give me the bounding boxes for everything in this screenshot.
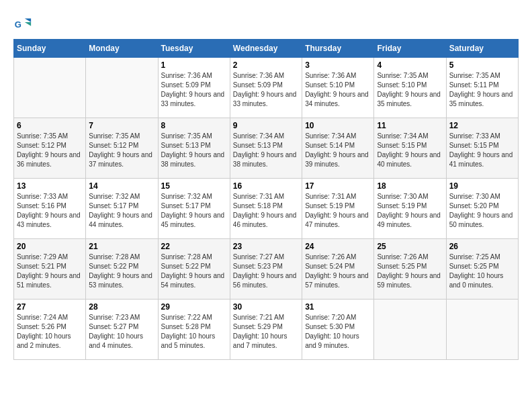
day-cell: 26Sunrise: 7:25 AM Sunset: 5:25 PM Dayli… (446, 239, 518, 300)
day-info: Sunrise: 7:31 AM Sunset: 5:18 PM Dayligh… (233, 192, 299, 230)
svg-marker-1 (25, 18, 31, 22)
day-cell: 4Sunrise: 7:35 AM Sunset: 5:10 PM Daylig… (374, 58, 446, 118)
day-cell: 23Sunrise: 7:27 AM Sunset: 5:23 PM Dayli… (230, 239, 302, 300)
week-row-2: 6Sunrise: 7:35 AM Sunset: 5:12 PM Daylig… (14, 118, 519, 179)
day-number: 27 (17, 302, 83, 312)
day-info: Sunrise: 7:34 AM Sunset: 5:13 PM Dayligh… (233, 132, 299, 169)
header-cell-friday: Friday (374, 40, 446, 58)
day-number: 24 (305, 242, 371, 251)
day-number: 20 (17, 242, 83, 251)
day-cell: 18Sunrise: 7:30 AM Sunset: 5:19 PM Dayli… (374, 179, 446, 239)
day-number: 8 (161, 121, 227, 130)
day-cell: 5Sunrise: 7:35 AM Sunset: 5:11 PM Daylig… (446, 58, 518, 118)
day-number: 17 (305, 181, 371, 191)
day-number: 31 (305, 302, 371, 312)
day-info: Sunrise: 7:31 AM Sunset: 5:19 PM Dayligh… (305, 192, 371, 230)
day-cell: 20Sunrise: 7:29 AM Sunset: 5:21 PM Dayli… (14, 239, 86, 300)
day-info: Sunrise: 7:27 AM Sunset: 5:23 PM Dayligh… (233, 253, 299, 290)
day-info: Sunrise: 7:36 AM Sunset: 5:10 PM Dayligh… (305, 71, 371, 109)
day-number: 21 (89, 242, 154, 251)
day-number: 23 (233, 242, 299, 251)
day-number: 13 (17, 181, 83, 191)
day-cell: 16Sunrise: 7:31 AM Sunset: 5:18 PM Dayli… (230, 179, 302, 239)
day-info: Sunrise: 7:25 AM Sunset: 5:25 PM Dayligh… (449, 253, 515, 290)
day-info: Sunrise: 7:24 AM Sunset: 5:26 PM Dayligh… (17, 313, 83, 351)
day-info: Sunrise: 7:35 AM Sunset: 5:12 PM Dayligh… (89, 132, 154, 169)
day-info: Sunrise: 7:36 AM Sunset: 5:09 PM Dayligh… (233, 71, 299, 109)
day-info: Sunrise: 7:34 AM Sunset: 5:14 PM Dayligh… (305, 132, 371, 169)
day-cell: 31Sunrise: 7:20 AM Sunset: 5:30 PM Dayli… (302, 300, 374, 360)
page-header: G (13, 13, 519, 32)
day-cell (446, 300, 518, 360)
day-info: Sunrise: 7:28 AM Sunset: 5:22 PM Dayligh… (89, 253, 154, 290)
logo: G (13, 13, 35, 32)
day-number: 19 (449, 181, 515, 191)
day-info: Sunrise: 7:34 AM Sunset: 5:15 PM Dayligh… (377, 132, 443, 169)
day-info: Sunrise: 7:35 AM Sunset: 5:12 PM Dayligh… (17, 132, 83, 169)
day-cell: 9Sunrise: 7:34 AM Sunset: 5:13 PM Daylig… (230, 118, 302, 179)
header-cell-tuesday: Tuesday (158, 40, 230, 58)
day-info: Sunrise: 7:28 AM Sunset: 5:22 PM Dayligh… (161, 253, 227, 290)
day-number: 14 (89, 181, 154, 191)
day-number: 25 (377, 242, 443, 251)
day-number: 18 (377, 181, 443, 191)
day-info: Sunrise: 7:33 AM Sunset: 5:15 PM Dayligh… (449, 132, 515, 169)
logo-icon: G (13, 13, 32, 32)
day-cell: 25Sunrise: 7:26 AM Sunset: 5:25 PM Dayli… (374, 239, 446, 300)
header-cell-sunday: Sunday (14, 40, 86, 58)
day-cell: 29Sunrise: 7:22 AM Sunset: 5:28 PM Dayli… (158, 300, 230, 360)
day-cell: 15Sunrise: 7:32 AM Sunset: 5:17 PM Dayli… (158, 179, 230, 239)
day-cell: 30Sunrise: 7:21 AM Sunset: 5:29 PM Dayli… (230, 300, 302, 360)
day-cell: 8Sunrise: 7:35 AM Sunset: 5:13 PM Daylig… (158, 118, 230, 179)
day-number: 7 (89, 121, 154, 130)
day-cell: 28Sunrise: 7:23 AM Sunset: 5:27 PM Dayli… (86, 300, 158, 360)
day-number: 22 (161, 242, 227, 251)
day-info: Sunrise: 7:22 AM Sunset: 5:28 PM Dayligh… (161, 313, 227, 351)
day-number: 29 (161, 302, 227, 312)
day-cell: 6Sunrise: 7:35 AM Sunset: 5:12 PM Daylig… (14, 118, 86, 179)
day-info: Sunrise: 7:30 AM Sunset: 5:19 PM Dayligh… (377, 192, 443, 230)
day-cell: 22Sunrise: 7:28 AM Sunset: 5:22 PM Dayli… (158, 239, 230, 300)
day-number: 12 (449, 121, 515, 130)
day-info: Sunrise: 7:30 AM Sunset: 5:20 PM Dayligh… (449, 192, 515, 230)
day-cell: 7Sunrise: 7:35 AM Sunset: 5:12 PM Daylig… (86, 118, 158, 179)
day-number: 10 (305, 121, 371, 130)
day-info: Sunrise: 7:29 AM Sunset: 5:21 PM Dayligh… (17, 253, 83, 290)
day-info: Sunrise: 7:35 AM Sunset: 5:11 PM Dayligh… (449, 71, 515, 109)
day-info: Sunrise: 7:26 AM Sunset: 5:24 PM Dayligh… (305, 253, 371, 290)
header-cell-monday: Monday (86, 40, 158, 58)
day-number: 16 (233, 181, 299, 191)
day-cell: 19Sunrise: 7:30 AM Sunset: 5:20 PM Dayli… (446, 179, 518, 239)
day-info: Sunrise: 7:35 AM Sunset: 5:13 PM Dayligh… (161, 132, 227, 169)
day-info: Sunrise: 7:23 AM Sunset: 5:27 PM Dayligh… (89, 313, 154, 351)
svg-marker-2 (25, 22, 31, 26)
day-number: 3 (305, 60, 371, 70)
day-cell (14, 58, 86, 118)
day-number: 26 (449, 242, 515, 251)
day-info: Sunrise: 7:36 AM Sunset: 5:09 PM Dayligh… (161, 71, 227, 109)
header-cell-thursday: Thursday (302, 40, 374, 58)
day-cell: 24Sunrise: 7:26 AM Sunset: 5:24 PM Dayli… (302, 239, 374, 300)
day-number: 6 (17, 121, 83, 130)
day-number: 4 (377, 60, 443, 70)
day-number: 2 (233, 60, 299, 70)
day-cell (374, 300, 446, 360)
day-cell: 11Sunrise: 7:34 AM Sunset: 5:15 PM Dayli… (374, 118, 446, 179)
day-number: 5 (449, 60, 515, 70)
day-number: 11 (377, 121, 443, 130)
day-cell: 17Sunrise: 7:31 AM Sunset: 5:19 PM Dayli… (302, 179, 374, 239)
day-cell: 1Sunrise: 7:36 AM Sunset: 5:09 PM Daylig… (158, 58, 230, 118)
header-cell-saturday: Saturday (446, 40, 518, 58)
day-cell: 21Sunrise: 7:28 AM Sunset: 5:22 PM Dayli… (86, 239, 158, 300)
day-cell: 3Sunrise: 7:36 AM Sunset: 5:10 PM Daylig… (302, 58, 374, 118)
day-info: Sunrise: 7:32 AM Sunset: 5:17 PM Dayligh… (161, 192, 227, 230)
day-cell: 10Sunrise: 7:34 AM Sunset: 5:14 PM Dayli… (302, 118, 374, 179)
day-info: Sunrise: 7:32 AM Sunset: 5:17 PM Dayligh… (89, 192, 154, 230)
header-cell-wednesday: Wednesday (230, 40, 302, 58)
day-number: 9 (233, 121, 299, 130)
day-number: 28 (89, 302, 154, 312)
header-row: SundayMondayTuesdayWednesdayThursdayFrid… (14, 40, 519, 58)
day-cell: 14Sunrise: 7:32 AM Sunset: 5:17 PM Dayli… (86, 179, 158, 239)
day-info: Sunrise: 7:35 AM Sunset: 5:10 PM Dayligh… (377, 71, 443, 109)
calendar-table: SundayMondayTuesdayWednesdayThursdayFrid… (13, 39, 519, 360)
